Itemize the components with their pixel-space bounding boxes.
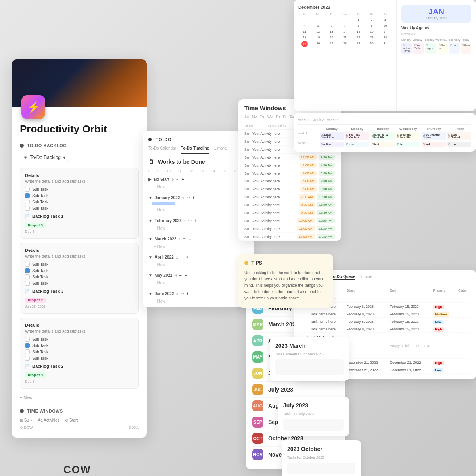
checkbox-4[interactable]	[25, 206, 30, 211]
calendar-panel: December 2022 Su Mo Tu We Th Fr Sa 1 2 3…	[294, 0, 476, 111]
tw-row: Su Your Activity here 4:00 AM 5:30 AM	[238, 169, 341, 177]
queue-row-3: Task name here February 8, 2023 February…	[299, 319, 470, 325]
add-new-button[interactable]: + New	[20, 393, 139, 402]
tw-row: Su Your Activity here 10:00 AM 12:30 PM	[238, 217, 341, 225]
backlog-dropdown[interactable]: ⊞ To-Do Backlog ▾	[20, 153, 69, 162]
chevron-icon: ▾	[63, 155, 65, 160]
timeline-panel: TO-DO To-Do Calendar To-Do Timeline 1 mo…	[143, 131, 254, 307]
task-tag-2: Project 2	[25, 298, 46, 303]
october-title: 2023 October	[287, 446, 355, 452]
march-2023-panel: 2023 March Tasks scheduled for March 202…	[270, 337, 349, 381]
tw-row: Su Your Activity here 8:00 AM 11:00 AM	[238, 201, 341, 209]
checkbox-8[interactable]	[25, 281, 30, 286]
task-card-2: Details Write the details and add subtas…	[20, 243, 139, 314]
card-details-label: Details	[25, 173, 134, 178]
july-2023-panel: July 2023 Tasks for July 2023	[278, 397, 349, 436]
document-icon: 📄	[25, 214, 30, 219]
tips-body: Use backlog to list the work to be done,…	[244, 270, 327, 301]
add-new-may[interactable]: + New	[148, 279, 248, 287]
may-2022-label: May 2022	[155, 273, 172, 278]
document-icon-3: 📄	[25, 364, 30, 369]
app-title: Productivity Orbit	[20, 123, 139, 135]
week3-label: week 3	[327, 118, 339, 122]
queue-row-4: Task name here February 8, 2023 February…	[299, 326, 470, 333]
week2-label: week 2	[313, 118, 324, 122]
july-placeholder	[283, 419, 344, 431]
tab-timeline[interactable]: To-Do Timeline	[181, 146, 209, 154]
lightning-icon: ⚡	[27, 101, 40, 114]
weekly-agenda-label: Weekly Agenda	[401, 26, 471, 30]
tw-row: Su Your Activity here 11:00 AM 13:30 PM	[238, 225, 341, 233]
add-new-jun[interactable]: + New	[148, 298, 248, 305]
july-title: July 2023	[283, 402, 344, 409]
jan-badge: JAN January 2023	[401, 5, 471, 23]
tw-row: Su Your Activity here 6:00 AM 9:00 AM	[238, 185, 341, 193]
october-placeholder	[287, 463, 355, 474]
tab-more-queue[interactable]: 1 more...	[360, 274, 376, 280]
week1-label: week 1	[298, 118, 310, 122]
tw-row: Su Your Activity here 9:00 AM 11:30 AM	[238, 209, 341, 217]
tips-title: TIPS	[251, 260, 262, 266]
no-start-label: No Start	[154, 177, 169, 182]
document-icon-2: 📄	[25, 289, 30, 294]
tw-row: Su Your Activity here 12:00 PM 14:30 PM	[238, 233, 341, 241]
checkbox-6[interactable]	[25, 268, 30, 273]
checkbox-5[interactable]	[25, 262, 30, 267]
queue-row-2: Task name here February 8, 2023 February…	[299, 311, 470, 318]
mar-2022-label: March 2022	[155, 237, 176, 241]
weekly-agenda-panel: week 1 week 2 week 3 Sunday Monday Tuesd…	[294, 113, 476, 152]
tw-row: Su Your Activity here 5:00 AM 7:00 AM	[238, 177, 341, 185]
feb-2022-label: February 2022	[155, 219, 182, 223]
task-tag-3: Project 3	[25, 372, 46, 378]
chevron-right-icon-2: ▼	[148, 196, 152, 200]
month-jul: JUL July 2023	[252, 382, 339, 398]
card-subtitle: Write the details and add subtasks	[25, 179, 134, 184]
panel-header-image: ⚡	[12, 60, 147, 107]
checkbox-2[interactable]	[25, 193, 30, 198]
tw-dot	[20, 409, 24, 413]
timeline-title-text: Works to be Done	[158, 159, 205, 165]
jan-text: JAN	[406, 7, 466, 16]
add-new-timeline[interactable]: + New	[148, 183, 248, 191]
section-dot	[20, 144, 24, 148]
checkbox-1[interactable]	[25, 187, 30, 192]
checkbox-10[interactable]	[25, 343, 30, 348]
jan-2022-label: January 2022	[155, 196, 180, 200]
app-icon: ⚡	[21, 95, 45, 119]
checkbox-9[interactable]	[25, 337, 30, 342]
note-label: NOTE OK	[401, 33, 471, 36]
apr-2022-label: April 2022	[155, 255, 174, 259]
tips-panel: TIPS Use backlog to list the work to be …	[238, 254, 333, 308]
cow-label: COW	[63, 464, 91, 476]
task-date-1: Dec 6	[25, 230, 134, 234]
jan-year: January 2023	[406, 16, 466, 20]
tw-row: Su Your Activity here 12:30 AM 2:30 AM	[238, 154, 341, 161]
jun-2022-label: June 2022	[155, 292, 174, 296]
timeline-bar-1	[152, 202, 175, 205]
cal-month-title: December 2022	[298, 5, 392, 10]
todo-label: TO-DO	[155, 137, 171, 142]
add-new-jan[interactable]: + New	[148, 206, 248, 214]
checkbox-7[interactable]	[25, 274, 30, 279]
grid-icon: ⊞	[23, 155, 27, 160]
checkbox-12[interactable]	[25, 356, 30, 361]
tab-more[interactable]: 1 more...	[214, 146, 229, 154]
checkbox-11[interactable]	[25, 349, 30, 354]
task-date-2: Jan 25, 2023	[25, 305, 134, 309]
add-new-feb[interactable]: + New	[148, 225, 248, 232]
add-new-mar[interactable]: + New	[148, 243, 248, 250]
chevron-right-icon: ▶	[148, 177, 152, 182]
add-new-apr[interactable]: + New	[148, 261, 248, 269]
checkbox-3[interactable]	[25, 200, 30, 204]
tab-queue[interactable]: To-Do Queue	[331, 274, 355, 280]
tab-calendar[interactable]: To-Do Calendar	[148, 146, 176, 154]
task-date-3: Dec 6	[25, 380, 134, 384]
tw-row: Su Your Activity here 7:00 AM 10:30 AM	[238, 193, 341, 201]
task-card-1: Details Write the details and add subtas…	[20, 168, 139, 239]
main-panel: ⚡ Productivity Orbit TO-DO BACKLOG ⊞ To-…	[12, 60, 147, 438]
tips-indicator	[244, 261, 248, 265]
tw-section-title: TIME WINDOWS	[27, 409, 63, 413]
task-tag-1: Project 3	[25, 223, 46, 228]
task-card-3: Details Write the details and add subtas…	[20, 318, 139, 389]
notebook-icon: 🗒	[148, 159, 154, 165]
